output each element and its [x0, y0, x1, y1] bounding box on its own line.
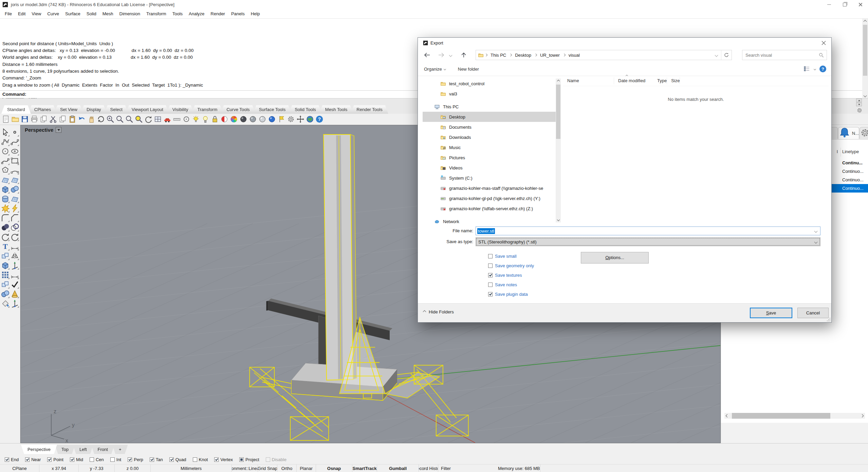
scroll-down-icon[interactable] [556, 217, 561, 222]
status-segment[interactable]: Environment::Linear axis [232, 465, 258, 472]
tree-item-drive-y[interactable]: gramazio-kohler-gl-pd (\\gk-server.ethz.… [423, 193, 556, 203]
breadcrumb-segment[interactable]: Desktop [510, 53, 531, 58]
toolbar-tab[interactable]: Surface Tools [253, 105, 292, 114]
rectangle-tool-icon[interactable] [10, 156, 19, 165]
toolbar-tab[interactable]: Render Tools [351, 105, 388, 114]
viewport-title[interactable]: Perspective [25, 127, 61, 133]
save-option-checkbox[interactable]: Save plugin data [488, 289, 534, 299]
save-file-icon[interactable] [21, 115, 29, 123]
toolbar-tab[interactable]: Display [81, 105, 107, 114]
dimension-tool-icon[interactable] [10, 242, 19, 251]
osnap-toggle[interactable]: Int [110, 457, 121, 462]
zoom-selected-icon[interactable] [135, 115, 143, 123]
point-tool-icon[interactable] [10, 128, 19, 137]
view-options-icon[interactable] [804, 66, 811, 72]
tab-scroll-up-button[interactable] [856, 98, 862, 102]
check-tool-icon[interactable] [10, 280, 19, 289]
zoom-extents-icon[interactable] [144, 115, 152, 123]
toolbar-tab[interactable]: Viewport Layout [126, 105, 169, 114]
status-segment[interactable]: Planar [297, 465, 316, 472]
circle-tool-icon[interactable] [1, 147, 10, 156]
status-segment[interactable]: y -7.33 [79, 465, 115, 472]
breadcrumb-segment[interactable]: visual [563, 53, 580, 58]
curve-points-tool-icon[interactable] [1, 156, 10, 165]
explode-tool-icon[interactable] [1, 204, 10, 213]
forward-button[interactable] [437, 51, 446, 59]
osnap-toggle[interactable]: Point [47, 457, 63, 462]
linetype-column-header[interactable]: Linetype [842, 149, 859, 154]
paste-icon[interactable] [68, 115, 76, 123]
osnap-toggle[interactable]: Disable [266, 457, 287, 462]
save-button[interactable]: Save [750, 308, 792, 318]
linear-array-tool-icon[interactable] [10, 270, 19, 279]
undo-icon[interactable] [78, 115, 86, 123]
text-tool-icon[interactable]: T [1, 242, 10, 251]
panel-settings-tab[interactable] [860, 127, 868, 139]
menu-item[interactable]: Help [248, 11, 263, 16]
sphere-gray-icon[interactable] [249, 115, 257, 123]
box-tool-icon[interactable] [1, 185, 10, 194]
named-views-icon[interactable] [163, 115, 171, 123]
fillet-tool-icon[interactable] [1, 213, 10, 222]
tree-item-pictures[interactable]: Pictures [423, 152, 556, 163]
zoom-in-icon[interactable] [106, 115, 114, 123]
status-segment[interactable]: Osnap [316, 465, 352, 472]
status-segment[interactable]: CPlane [0, 465, 39, 472]
cone-tool-icon[interactable] [10, 289, 19, 298]
breadcrumb-segment[interactable]: This PC [485, 53, 506, 58]
cancel-button[interactable]: Cancel [797, 308, 829, 318]
adjust-curve-tool-icon[interactable] [1, 232, 10, 241]
menu-item[interactable]: File [2, 11, 15, 16]
save-option-checkbox[interactable]: Save small [488, 251, 534, 261]
sphere-dark-icon[interactable] [239, 115, 247, 123]
menu-item[interactable]: Edit [15, 11, 29, 16]
options-button[interactable]: Options... [581, 252, 649, 264]
osnap-toggle[interactable]: Knot [193, 457, 208, 462]
breadcrumb[interactable]: This PCDesktopUR_towervisual [476, 50, 732, 60]
curved-surface-tool-icon[interactable] [10, 194, 19, 203]
scroll-down-icon[interactable] [862, 93, 868, 98]
tree-item-val3[interactable]: val3 [423, 89, 556, 99]
surface-cage-tool-icon[interactable] [1, 175, 10, 184]
recent-locations-button[interactable] [448, 51, 453, 59]
tree-scrollbar[interactable] [556, 78, 561, 222]
restore-button[interactable] [837, 0, 852, 9]
osnap-toggle[interactable]: End [5, 457, 19, 462]
status-segment[interactable]: Filter [438, 465, 498, 472]
toolbar-tab[interactable]: Set View [54, 105, 83, 114]
blend-curve-tool-icon[interactable] [10, 232, 19, 241]
menu-item[interactable]: Solid [84, 11, 99, 16]
boolean-union-tool-icon[interactable] [1, 223, 10, 232]
solid-box-tool-icon[interactable] [1, 261, 10, 270]
copy-tool-icon[interactable] [1, 251, 10, 260]
help-icon[interactable]: ? [315, 115, 324, 123]
tree-item-system-c[interactable]: System (C:) [423, 173, 556, 183]
arc-tool-icon[interactable] [10, 166, 19, 175]
scroll-up-icon[interactable] [556, 78, 561, 84]
toolbar-tab[interactable]: CPlanes [29, 105, 57, 114]
lightning-tool-icon[interactable] [10, 204, 19, 213]
osnap-toggle[interactable]: Project [239, 457, 259, 462]
status-segment[interactable]: Millimeters [151, 465, 232, 472]
toolbar-tab[interactable]: Select [105, 105, 128, 114]
command-scrollbar[interactable] [862, 19, 868, 98]
menu-item[interactable]: Analyze [186, 11, 207, 16]
save-type-dropdown-icon[interactable] [814, 240, 818, 243]
tree-item-downloads[interactable]: Downloads [423, 132, 556, 142]
viewport-tab-top[interactable]: Top [55, 445, 75, 454]
help-icon[interactable]: ? [819, 65, 827, 73]
tree-item-documents[interactable]: Documents [423, 122, 556, 132]
toolbar-options-gear-icon[interactable] [856, 107, 863, 113]
menu-item[interactable]: Surface [62, 11, 84, 16]
toolbar-tab[interactable]: Transform [191, 105, 223, 114]
column-header[interactable]: Date modified [614, 77, 653, 84]
paint-tool-icon[interactable] [1, 299, 10, 308]
osnap-toggle[interactable]: Near [25, 457, 41, 462]
save-type-combo[interactable]: STL (Stereolithography) (*.stl) [476, 237, 820, 246]
tree-item-music[interactable]: Music [423, 142, 556, 152]
polyline-tool-icon[interactable] [1, 137, 10, 146]
print-icon[interactable] [30, 115, 38, 123]
copy-icon[interactable] [59, 115, 67, 123]
status-segment[interactable]: Grid Snap [258, 465, 277, 472]
organize-button[interactable]: Organize [424, 67, 446, 72]
